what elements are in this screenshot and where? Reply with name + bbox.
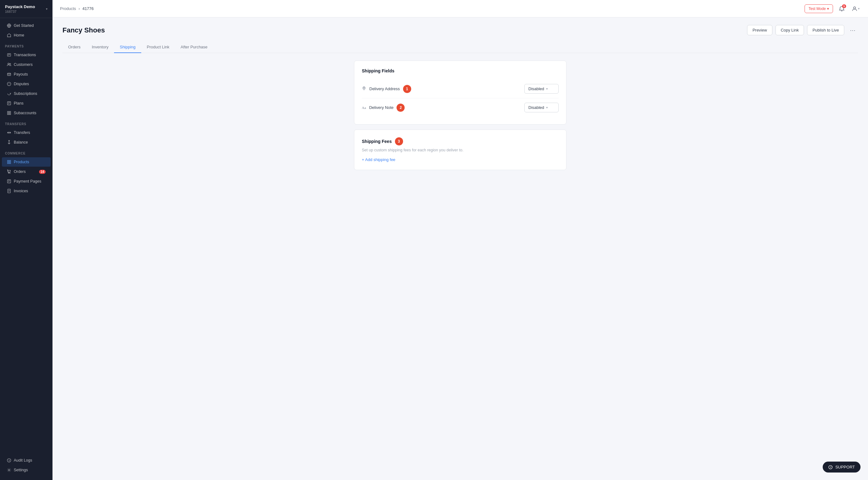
sidebar-item-payment-pages[interactable]: Payment Pages [2, 177, 51, 186]
sidebar-item-label: Transactions [14, 53, 36, 57]
svg-rect-6 [7, 102, 11, 105]
notification-badge: 5 [842, 4, 846, 8]
tab-after-purchase[interactable]: After Purchase [175, 41, 213, 53]
breadcrumb-parent[interactable]: Products [60, 6, 76, 11]
page-header-actions: Preview Copy Link Publish to Live ⋯ [747, 25, 858, 35]
sidebar-item-label: Audit Logs [14, 458, 32, 462]
sidebar-item-subscriptions[interactable]: Subscriptions [2, 89, 51, 98]
select-chevron-icon: ▾ [546, 106, 548, 109]
sidebar-item-label: Transfers [14, 131, 30, 135]
sidebar-item-disputes[interactable]: Disputes [2, 79, 51, 89]
delivery-address-badge: 1 [403, 85, 411, 93]
brand-header[interactable]: Paystack Demo 168737 ▾ [0, 0, 53, 18]
more-menu-button[interactable]: ⋯ [847, 26, 858, 35]
audit-logs-icon [7, 458, 11, 462]
sidebar-item-label: Balance [14, 140, 28, 144]
sidebar-item-orders[interactable]: Orders 14 [2, 167, 51, 176]
svg-rect-1 [7, 54, 11, 57]
svg-rect-14 [7, 162, 9, 164]
copy-link-button[interactable]: Copy Link [776, 25, 804, 35]
sidebar-section-commerce: COMMERCE Products Orders 14 Payment Page… [0, 147, 53, 196]
select-chevron-icon: ▾ [546, 87, 548, 91]
subaccounts-icon [7, 111, 11, 115]
sidebar-item-subaccounts[interactable]: Subaccounts [2, 108, 51, 118]
sidebar-item-customers[interactable]: Customers [2, 60, 51, 69]
breadcrumb-separator: › [79, 6, 80, 11]
sidebar-item-label: Get Started [14, 24, 34, 28]
add-shipping-fee-button[interactable]: + Add shipping fee [362, 157, 395, 162]
topbar: Products › 41776 Test Mode ▾ 5 ▾ [53, 0, 868, 18]
svg-rect-16 [7, 180, 11, 183]
sidebar-item-plans[interactable]: Plans [2, 99, 51, 108]
brand-id: 168737 [5, 10, 35, 13]
globe-icon [7, 24, 11, 28]
sidebar-item-payouts[interactable]: Payouts [2, 70, 51, 79]
section-label: COMMERCE [0, 147, 53, 157]
svg-point-2 [8, 63, 9, 64]
sidebar-item-audit-logs[interactable]: Audit Logs [2, 456, 51, 465]
sidebar-item-balance[interactable]: Balance [2, 138, 51, 147]
sidebar-item-label: Subaccounts [14, 111, 36, 115]
tab-product-link[interactable]: Product Link [141, 41, 175, 53]
text-icon: Aa [362, 106, 366, 109]
tabs-nav: Orders Inventory Shipping Product Link A… [62, 41, 858, 53]
main-area: Products › 41776 Test Mode ▾ 5 ▾ Fancy S… [53, 0, 868, 480]
page-content: Fancy Shoes Preview Copy Link Publish to… [53, 18, 868, 480]
delivery-note-select[interactable]: Disabled ▾ [524, 103, 559, 112]
delivery-address-select[interactable]: Disabled ▾ [524, 84, 559, 94]
customers-icon [7, 62, 11, 67]
balance-icon [7, 140, 11, 144]
user-chevron-icon: ▾ [858, 7, 860, 10]
notifications-button[interactable]: 5 [837, 4, 847, 14]
svg-rect-12 [7, 161, 9, 162]
delivery-note-badge: 2 [397, 104, 405, 112]
sidebar-section-transfers: TRANSFERS Transfers Balance [0, 118, 53, 147]
delivery-address-label: Delivery Address [369, 87, 400, 91]
shipping-fees-badge: 3 [395, 137, 403, 145]
publish-button[interactable]: Publish to Live [807, 25, 844, 35]
sidebar-item-invoices[interactable]: Invoices [2, 186, 51, 196]
support-button[interactable]: SUPPORT [823, 461, 861, 473]
orders-icon [7, 169, 11, 174]
sidebar-section-payments: PAYMENTS Transactions Customers Payouts … [0, 40, 53, 118]
sidebar-item-label: Products [14, 160, 29, 164]
sidebar-item-home[interactable]: Home [2, 31, 51, 40]
tab-orders[interactable]: Orders [62, 41, 86, 53]
svg-point-21 [363, 88, 365, 89]
delivery-note-left: Aa Delivery Note 2 [362, 104, 405, 112]
shipping-fees-desc: Set up custom shipping fees for each reg… [362, 148, 559, 152]
breadcrumb: Products › 41776 [60, 6, 94, 11]
topbar-actions: Test Mode ▾ 5 ▾ [805, 4, 861, 14]
svg-rect-9 [7, 113, 9, 114]
plans-icon [7, 101, 11, 105]
sidebar-item-get-started[interactable]: Get Started [2, 21, 51, 30]
sidebar-item-label: Settings [14, 468, 28, 472]
shipping-fields-title: Shipping Fields [362, 68, 559, 73]
shipping-fees-card: Shipping Fees 3 Set up custom shipping f… [354, 130, 566, 170]
sidebar-item-label: Payment Pages [14, 179, 41, 183]
sidebar-item-label: Disputes [14, 82, 29, 86]
preview-button[interactable]: Preview [747, 25, 772, 35]
user-menu-button[interactable]: ▾ [850, 4, 861, 14]
sidebar-item-products[interactable]: Products [2, 157, 51, 167]
payouts-icon [7, 72, 11, 76]
test-mode-button[interactable]: Test Mode ▾ [805, 4, 833, 13]
svg-rect-10 [9, 113, 11, 114]
sidebar-item-transactions[interactable]: Transactions [2, 50, 51, 60]
home-icon [7, 33, 11, 37]
delivery-note-label: Delivery Note [369, 105, 393, 110]
delivery-address-status: Disabled [528, 87, 544, 91]
svg-rect-15 [9, 162, 11, 164]
user-icon [852, 6, 857, 11]
tab-inventory[interactable]: Inventory [86, 41, 114, 53]
breadcrumb-current: 41776 [83, 6, 94, 11]
sidebar-item-settings[interactable]: Settings [2, 465, 51, 475]
sidebar-item-transfers[interactable]: Transfers [2, 128, 51, 137]
sidebar-item-label: Invoices [14, 189, 28, 193]
location-pin-icon [362, 86, 366, 92]
tab-shipping[interactable]: Shipping [114, 41, 141, 53]
svg-point-19 [8, 469, 10, 471]
subscriptions-icon [7, 92, 11, 96]
sidebar-item-label: Plans [14, 101, 24, 105]
delivery-note-status: Disabled [528, 105, 544, 110]
